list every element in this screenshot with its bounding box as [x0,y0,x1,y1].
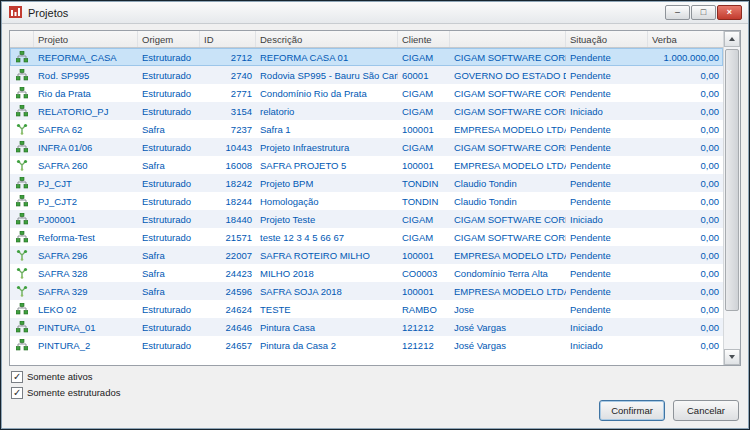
table-row[interactable]: REFORMA_CASA Estruturado 2712 REFORMA CA… [10,48,723,66]
cell-id: 24657 [200,340,256,351]
cell-projeto: INFRA 01/06 [34,142,138,153]
header-origem[interactable]: Origem [138,31,200,47]
cell-id: 24596 [200,286,256,297]
cell-situacao: Pendente [566,250,648,261]
cell-projeto: PJ_CJT [34,178,138,189]
titlebar[interactable]: Projetos – □ × [2,2,748,24]
header-cliente[interactable]: Cliente [398,31,450,47]
maximize-icon[interactable]: □ [691,5,716,20]
cell-projeto: SAFRA 329 [34,286,138,297]
cell-projeto: SAFRA 260 [34,160,138,171]
table-row[interactable]: PJ00001 Estruturado 18440 Projeto Teste … [10,210,723,228]
cell-situacao: Pendente [566,52,648,63]
cell-projeto: SAFRA 296 [34,250,138,261]
close-icon[interactable]: × [717,5,742,20]
header-descricao[interactable]: Descrição [256,31,398,47]
cancel-button[interactable]: Cancelar [673,400,739,421]
cell-descricao: Pintura da Casa 2 [256,340,398,351]
cell-verba: 0,00 [648,70,723,81]
filter-label: Somente estruturados [27,387,120,398]
header-verba[interactable]: Verba [648,31,723,47]
checkbox-somente-ativos [11,371,23,383]
project-type-icon [10,87,34,99]
cell-id: 7237 [200,124,256,135]
table-row[interactable]: PJ_CJT Estruturado 18242 Projeto BPM TON… [10,174,723,192]
cell-situacao: Pendente [566,268,648,279]
filter-somente-ativos[interactable]: Somente ativos [11,369,120,384]
cell-verba: 0,00 [648,124,723,135]
cell-origem: Estruturado [138,106,200,117]
project-type-icon [10,51,34,63]
cell-origem: Safra [138,160,200,171]
table-row[interactable]: SAFRA 260 Safra 16008 SAFRA PROJETO 5 10… [10,156,723,174]
cell-situacao: Pendente [566,142,648,153]
cell-origem: Estruturado [138,322,200,333]
project-type-icon [10,339,34,351]
filter-somente-estruturados[interactable]: Somente estruturados [11,385,120,400]
cell-cliente-cod: 100001 [398,286,450,297]
table-row[interactable]: SAFRA 328 Safra 24423 MILHO 2018 CO0003 … [10,264,723,282]
table-row[interactable]: PINTURA_2 Estruturado 24657 Pintura da C… [10,336,723,354]
scroll-up-icon[interactable] [724,31,740,47]
table-row[interactable]: Rod. SP995 Estruturado 2740 Rodovia SP99… [10,66,723,84]
cell-id: 3154 [200,106,256,117]
cell-origem: Estruturado [138,340,200,351]
table-row[interactable]: SAFRA 62 Safra 7237 Safra 1 100001 EMPRE… [10,120,723,138]
cell-projeto: Rio da Prata [34,88,138,99]
cell-id: 2712 [200,52,256,63]
filter-label: Somente ativos [27,371,92,382]
cell-origem: Safra [138,250,200,261]
header-icon-col[interactable] [10,31,34,47]
header-id[interactable]: ID [200,31,256,47]
cell-projeto: RELATORIO_PJ [34,106,138,117]
project-type-icon [10,231,34,243]
cell-descricao: REFORMA CASA 01 [256,52,398,63]
cell-situacao: Pendente [566,88,648,99]
project-type-icon [10,303,34,315]
cell-id: 22007 [200,250,256,261]
window-title: Projetos [28,7,68,19]
table-row[interactable]: Reforma-Test Estruturado 21571 teste 12 … [10,228,723,246]
cell-id: 24624 [200,304,256,315]
project-type-icon [10,177,34,189]
minimize-icon[interactable]: – [665,5,690,20]
scroll-down-icon[interactable] [724,349,740,365]
cell-descricao: Pintura Casa [256,322,398,333]
header-situacao[interactable]: Situação [566,31,648,47]
project-type-icon [10,105,34,117]
cell-id: 18244 [200,196,256,207]
table-row[interactable]: RELATORIO_PJ Estruturado 3154 relatorio … [10,102,723,120]
header-projeto[interactable]: Projeto [34,31,138,47]
cell-origem: Estruturado [138,214,200,225]
confirm-button[interactable]: Confirmar [599,400,665,421]
cell-cliente-cod: TONDIN [398,178,450,189]
project-type-icon [10,267,34,279]
cell-cliente-nome: José Vargas [450,340,566,351]
table-row[interactable]: Rio da Prata Estruturado 2771 Condomínio… [10,84,723,102]
scrollbar-thumb[interactable] [725,49,739,311]
cell-situacao: Iniciado [566,322,648,333]
cell-situacao: Iniciado [566,106,648,117]
cell-descricao: TESTE [256,304,398,315]
table-row[interactable]: SAFRA 296 Safra 22007 SAFRA ROTEIRO MILH… [10,246,723,264]
cell-cliente-nome: EMPRESA MODELO LTDA [450,160,566,171]
table-row[interactable]: INFRA 01/06 Estruturado 10443 Projeto In… [10,138,723,156]
project-type-icon [10,321,34,333]
cell-cliente-cod: 100001 [398,124,450,135]
header-cliente-nome[interactable] [450,31,566,47]
cell-projeto: REFORMA_CASA [34,52,138,63]
cell-verba: 0,00 [648,268,723,279]
table-row[interactable]: LEKO 02 Estruturado 24624 TESTE RAMBO Jo… [10,300,723,318]
cell-origem: Estruturado [138,304,200,315]
cell-verba: 0,00 [648,250,723,261]
cell-verba: 0,00 [648,322,723,333]
cell-situacao: Pendente [566,178,648,189]
cell-cliente-nome: CIGAM SOFTWARE CORPORATIVO S/A [450,232,566,243]
cell-cliente-nome: EMPRESA MODELO LTDA [450,286,566,297]
table-row[interactable]: PINTURA_01 Estruturado 24646 Pintura Cas… [10,318,723,336]
table-row[interactable]: SAFRA 329 Safra 24596 SAFRA SOJA 2018 10… [10,282,723,300]
table-row[interactable]: PJ_CJT2 Estruturado 18244 Homologação TO… [10,192,723,210]
vertical-scrollbar[interactable] [723,31,740,365]
cell-situacao: Iniciado [566,340,648,351]
cell-cliente-nome: CIGAM SOFTWARE CORPORATIVO S/A [450,52,566,63]
